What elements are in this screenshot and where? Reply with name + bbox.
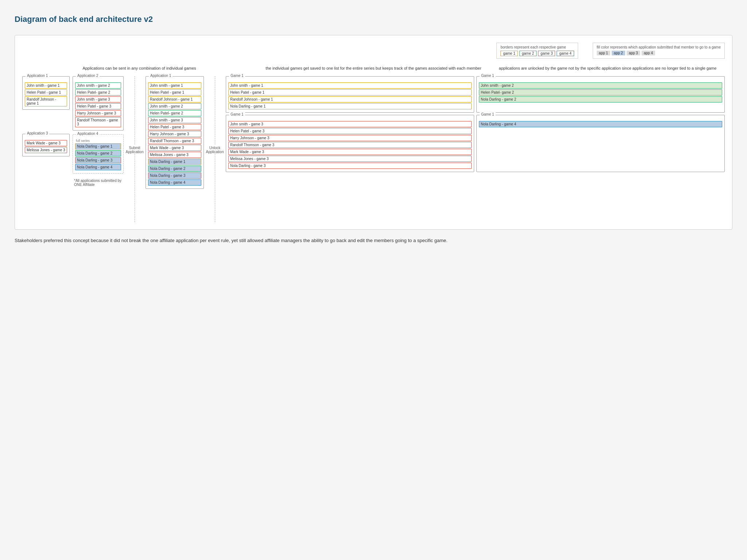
app4-members: Nola Darling - game 1Nola Darling - game… [75,143,121,170]
member-row: Helen Patel- game 2 [479,89,722,96]
consolidated-app1-members: John smith - game 1Helen Patel - game 1R… [148,82,201,186]
description-row: Applications can be sent in any combinat… [22,66,725,70]
bottom-text: Stakeholders preferred this concept beca… [15,237,732,245]
member-row: Helen Patel - game 1 [228,89,472,96]
app3-title: Application 3 [26,131,49,135]
desc-col-1: Applications can be sent in any combinat… [22,66,256,70]
game1-topleft-box: Game 1 John smith - game 1Helen Patel - … [226,76,474,113]
key-section: borders represent each respective game g… [22,43,725,59]
member-row: Randolf Johnson - game 1 [148,96,201,102]
game1-right-members: John smith - game 2Helen Patel- game 2No… [479,82,722,102]
diagram-grid: Application 1 John smith - game 1Helen P… [22,76,725,222]
consolidated-panel: Application 1 John smith - game 1Helen P… [146,76,204,222]
member-row: Mark Wade - game 3 [228,149,472,155]
member-row: Nola Darling - game 4 [75,164,121,170]
member-row: Nola Darling - game 1 [228,103,472,109]
consolidated-app1-box: Application 1 John smith - game 1Helen P… [146,76,204,189]
member-row: Helen Patel- game 2 [75,89,121,96]
key-fill-label: fill color represents which application … [597,45,721,49]
member-row: Harry Johnson - game 3 [75,110,121,116]
game1-topright-box: Game 1 John smith - game 2Helen Patel- g… [476,76,725,113]
key-game3: game 3 [538,51,555,56]
member-row: Helen Patel- game 2 [148,110,201,116]
unlock-connector: Unlock Application [204,76,226,222]
member-row: John smith - game 2 [75,82,121,89]
games-bottom-row: Game 1 John smith - game 3Helen Patel - … [226,115,725,172]
game1-bottomright-box: Game 1 Nola Darling - game 4 [476,115,725,172]
app3-members: Mark Wade - game 3Melissa Jones - game 3 [25,140,67,153]
left-panel: Application 1 John smith - game 1Helen P… [22,76,70,222]
member-row: John smith - game 1 [228,82,472,89]
game1-bottomright-title: Game 1 [480,112,496,116]
member-row: Nola Darling - game 4 [479,121,722,127]
member-row: Randolf Johnson - game 1 [25,96,67,106]
submit-connector: Submit Application [124,76,146,222]
game1-bottomright-members: Nola Darling - game 4 [479,121,722,127]
games-top-row: Game 1 John smith - game 1Helen Patel - … [226,76,725,113]
key-game4: game 4 [557,51,574,56]
member-row: Helen Patel - game 1 [148,89,201,96]
key-games: game 1 game 2 game 3 game 4 [500,51,574,56]
member-row: Nola Darling - game 3 [228,163,472,169]
key-app2: app 2 [612,51,625,55]
diagram-container: borders represent each respective game g… [15,35,732,230]
key-app4: app 4 [642,51,655,55]
member-row: Helen Patel - game 3 [228,128,472,134]
member-row: Helen Patel - game 3 [148,124,201,130]
key-app3: app 3 [627,51,640,55]
member-row: Mark Wade - game 3 [25,140,67,146]
key-apps: app 1 app 2 app 3 app 4 [597,51,721,55]
member-row: Nola Darling - game 2 [148,166,201,172]
key-fill-box: fill color represents which application … [593,43,725,59]
app24-panel: Application 2 John smith - game 2Helen P… [73,76,124,222]
app4-subtitle: full series [76,139,90,143]
member-row: Randolf Thomson - game 3 [148,138,201,144]
member-row: Nola Darling - game 2 [75,150,121,156]
member-row: Nola Darling - game 2 [479,96,722,102]
key-borders-box: borders represent each respective game g… [496,43,578,59]
key-app1: app 1 [597,51,610,55]
member-row: John smith - game 1 [148,82,201,89]
app1-title: Application 1 [26,74,49,78]
app3-box: Application 3 Mark Wade - game 3Melissa … [22,134,70,156]
member-row: Melissa Jones - game 3 [148,152,201,158]
member-row: John smith - game 2 [479,82,722,89]
member-row: John smith - game 2 [148,103,201,109]
footnote: *All applications submitted by ONE Affil… [73,179,124,187]
games-section: Game 1 John smith - game 1Helen Patel - … [226,76,725,222]
app4-box: Application 4 full series Nola Darling -… [73,134,124,174]
member-row: Nola Darling - game 3 [75,157,121,163]
member-row: Helen Patel - game 1 [25,89,67,96]
app1-members: John smith - game 1Helen Patel - game 1R… [25,82,67,106]
member-row: Helen Patel - game 3 [75,103,121,109]
game1-left-members: John smith - game 1Helen Patel - game 1R… [228,82,472,109]
member-row: John smith - game 3 [148,117,201,123]
game1-bottomleft-box: Game 1 John smith - game 3Helen Patel - … [226,115,474,172]
member-row: John smith - game 3 [228,121,472,127]
app2-box: Application 2 John smith - game 2Helen P… [73,76,124,131]
member-row: Melissa Jones - game 3 [25,147,67,153]
desc-col-3: applications are unlocked by the game no… [491,66,725,70]
member-row: Harry Johnson - game 3 [228,135,472,141]
game1-bottomleft-title: Game 1 [229,112,245,116]
member-row: John smith - game 1 [25,82,67,89]
page-title: Diagram of back end architecture v2 [15,15,732,24]
unlock-label: Unlock Application [204,146,226,154]
member-row: Nola Darling - game 1 [148,159,201,165]
key-game2: game 2 [519,51,537,56]
member-row: Randolf Thomson - game 3 [75,117,121,127]
game1-topleft-title: Game 1 [229,74,245,78]
member-row: Nola Darling - game 4 [148,179,201,186]
app2-title: Application 2 [76,74,100,78]
submit-label: Submit Application [124,146,146,154]
member-row: Nola Darling - game 3 [148,172,201,179]
consolidated-app1-title: Application 1 [149,74,173,78]
member-row: Randolf Johnson - game 1 [228,96,472,102]
app4-title: Application 4 [76,132,100,136]
member-row: Randolf Thomson - game 3 [228,142,472,148]
member-row: Harry Johnson - game 3 [148,131,201,137]
game1-topright-title: Game 1 [480,74,496,78]
member-row: John smith - game 3 [75,96,121,102]
member-row: Nola Darling - game 1 [75,143,121,149]
key-borders-label: borders represent each respective game [500,45,574,49]
